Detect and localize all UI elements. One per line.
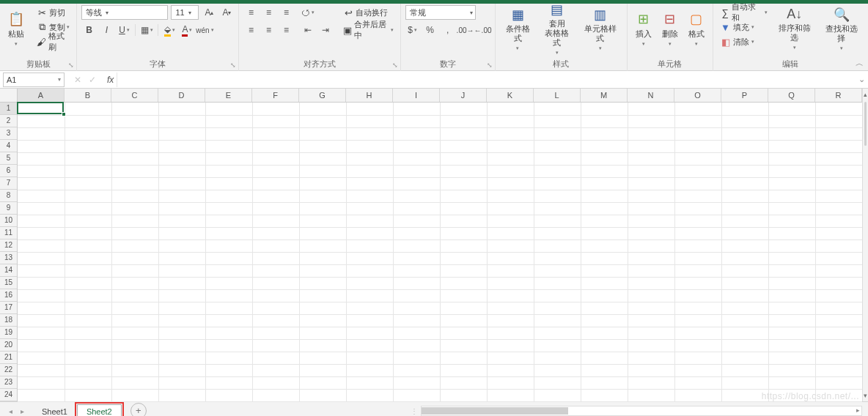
row-header[interactable]: 3 (0, 127, 17, 140)
col-header[interactable]: L (534, 89, 581, 102)
align-top-icon[interactable]: ≡ (243, 5, 259, 20)
increase-font-icon[interactable]: A▴ (201, 5, 217, 20)
vertical-scrollbar[interactable]: ▴ ▾ (862, 89, 868, 401)
row-header[interactable]: 22 (0, 364, 17, 376)
row-header[interactable]: 21 (0, 352, 17, 364)
col-header[interactable]: O (674, 89, 721, 102)
row-header[interactable]: 24 (0, 389, 17, 401)
phonetic-button[interactable]: wén (196, 23, 213, 37)
align-left-icon[interactable]: ≡ (243, 23, 259, 37)
align-right-icon[interactable]: ≡ (278, 23, 294, 37)
row-header[interactable]: 8 (0, 190, 17, 202)
col-header[interactable]: G (299, 89, 346, 102)
comma-icon[interactable]: , (440, 23, 456, 37)
col-header[interactable]: Q (768, 89, 815, 102)
col-header[interactable]: R (815, 89, 862, 102)
scroll-down-icon[interactable]: ▾ (863, 390, 868, 401)
sort-filter-button[interactable]: A↓排序和筛选▾ (771, 5, 818, 53)
insert-button[interactable]: ⊞插入▾ (630, 5, 657, 53)
autosum-button[interactable]: ∑自动求和▾ (717, 5, 770, 20)
row-header[interactable]: 9 (0, 202, 17, 215)
dialog-launcher-icon[interactable]: ⤡ (230, 62, 236, 69)
fill-color-button[interactable]: ⬙ (161, 23, 177, 37)
italic-button[interactable]: I (98, 23, 114, 37)
row-header[interactable]: 19 (0, 327, 17, 339)
row-header[interactable]: 13 (0, 252, 17, 264)
number-format-combo[interactable]: 常规▾ (405, 5, 476, 20)
bold-button[interactable]: B (81, 23, 97, 37)
row-header[interactable]: 18 (0, 314, 17, 327)
col-header[interactable]: P (721, 89, 768, 102)
dialog-launcher-icon[interactable]: ⤡ (68, 62, 74, 69)
col-header[interactable]: C (111, 89, 158, 102)
col-header[interactable]: N (628, 89, 674, 102)
fill-button[interactable]: ▼填充▾ (717, 20, 770, 34)
formula-input[interactable] (117, 73, 855, 87)
find-select-button[interactable]: 🔍查找和选择▾ (818, 5, 865, 53)
scroll-right-icon[interactable]: ▸ (853, 406, 863, 415)
col-header[interactable]: I (393, 89, 440, 102)
row-header[interactable]: 11 (0, 227, 17, 239)
row-header[interactable]: 15 (0, 277, 17, 289)
row-header[interactable]: 1 (0, 103, 17, 115)
expand-formula-bar-icon[interactable]: ⌄ (855, 75, 868, 84)
accept-formula-icon[interactable]: ✓ (85, 75, 100, 85)
font-color-button[interactable]: A (179, 23, 195, 37)
font-name-combo[interactable]: 等线▾ (81, 5, 168, 20)
row-header[interactable]: 12 (0, 239, 17, 252)
cut-button[interactable]: ✂剪切 (33, 5, 73, 20)
merge-center-button[interactable]: ▣合并后居中▾ (339, 23, 396, 37)
cancel-formula-icon[interactable]: ✕ (70, 75, 85, 85)
scroll-thumb[interactable] (864, 102, 867, 146)
fill-handle[interactable] (62, 112, 66, 116)
decrease-indent-icon[interactable]: ⇤ (300, 23, 316, 37)
format-as-table-button[interactable]: ▤套用 表格格式▾ (537, 5, 577, 53)
horizontal-scrollbar[interactable]: ◂ ▸ (421, 406, 862, 416)
row-header[interactable]: 14 (0, 264, 17, 277)
select-all-corner[interactable] (0, 89, 18, 103)
collapse-ribbon-icon[interactable]: ︿ (856, 58, 864, 69)
row-header[interactable]: 20 (0, 339, 17, 352)
tab-scroll-separator[interactable]: ⋮ (411, 407, 415, 415)
row-header[interactable]: 17 (0, 302, 17, 314)
percent-icon[interactable]: % (422, 23, 438, 37)
col-header[interactable]: E (205, 89, 252, 102)
scroll-up-icon[interactable]: ▴ (863, 89, 868, 100)
row-header[interactable]: 7 (0, 177, 17, 190)
tab-sheet1[interactable]: Sheet1 (32, 404, 77, 416)
row-header[interactable]: 5 (0, 152, 17, 165)
row-header[interactable]: 10 (0, 215, 17, 227)
cell-styles-button[interactable]: ▥单元格样式▾ (577, 5, 624, 53)
row-header[interactable]: 16 (0, 289, 17, 302)
col-header[interactable]: D (158, 89, 205, 102)
clear-button[interactable]: ◧清除▾ (717, 34, 770, 49)
name-box[interactable]: A1▾ (3, 73, 65, 87)
cells-area[interactable] (18, 103, 862, 401)
format-painter-button[interactable]: 🖌格式刷 (33, 34, 73, 49)
tab-nav-prev-icon[interactable]: ◂ (4, 407, 16, 415)
col-header[interactable]: M (581, 89, 628, 102)
delete-button[interactable]: ⊟删除▾ (657, 5, 683, 53)
add-sheet-button[interactable]: + (130, 403, 147, 416)
col-header[interactable]: F (252, 89, 299, 102)
increase-indent-icon[interactable]: ⇥ (317, 23, 334, 37)
conditional-format-button[interactable]: ▦条件格式▾ (499, 5, 538, 53)
row-header[interactable]: 4 (0, 140, 17, 152)
format-button[interactable]: ▢格式▾ (683, 5, 710, 53)
col-header[interactable]: B (65, 89, 111, 102)
currency-icon[interactable]: $ (405, 23, 421, 37)
border-button[interactable]: ▦ (139, 23, 155, 37)
row-header[interactable]: 2 (0, 115, 17, 127)
row-header[interactable]: 23 (0, 376, 17, 389)
col-header[interactable]: A (18, 89, 65, 102)
align-bottom-icon[interactable]: ≡ (278, 5, 294, 20)
hscroll-thumb[interactable] (422, 407, 568, 415)
col-header[interactable]: J (440, 89, 487, 102)
tab-nav-next-icon[interactable]: ▸ (16, 407, 28, 415)
tab-sheet2[interactable]: Sheet2 (77, 404, 122, 417)
dialog-launcher-icon[interactable]: ⤡ (392, 62, 398, 69)
dialog-launcher-icon[interactable]: ⤡ (487, 62, 493, 69)
increase-decimal-icon[interactable]: .00→ (457, 23, 474, 37)
col-header[interactable]: K (487, 89, 534, 102)
align-center-icon[interactable]: ≡ (260, 23, 276, 37)
